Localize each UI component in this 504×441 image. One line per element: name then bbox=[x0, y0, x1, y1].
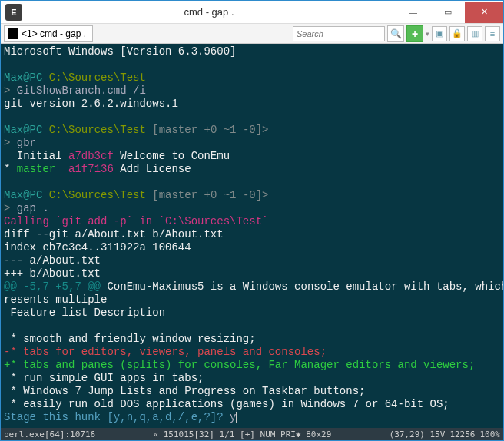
terminal[interactable]: Microsoft Windows [Version 6.3.9600] Max… bbox=[1, 44, 503, 428]
ctx-5: * Windows 7 Jump Lists and Progress on T… bbox=[4, 385, 365, 397]
cursor bbox=[236, 412, 237, 423]
diff-1: diff --git a/About.txt b/About.txt bbox=[4, 228, 224, 240]
status-zoom: 100% bbox=[480, 429, 501, 439]
prompt-branch-3: [master +0 ~1 -0]> bbox=[152, 189, 268, 201]
diff-2: index cb7c3c4..311922a 100644 bbox=[4, 241, 191, 254]
status-pos: (37,29) 15V bbox=[390, 429, 446, 439]
menu-button[interactable]: ≡ bbox=[485, 26, 500, 41]
cmd-1: GitShowBranch.cmd /i bbox=[17, 85, 146, 97]
lock-button[interactable]: 🔒 bbox=[449, 26, 465, 41]
console-icon bbox=[8, 28, 18, 39]
diff-3: --- a/About.txt bbox=[4, 254, 101, 267]
prompt-user-2: Max@PC bbox=[4, 124, 42, 136]
calling-line: Calling `git add -p` in `C:\Sources\Test… bbox=[4, 215, 268, 227]
windows-button[interactable]: ▣ bbox=[432, 26, 447, 41]
newtab-button[interactable]: + bbox=[406, 25, 423, 42]
ctx-2: Feature list Description bbox=[4, 307, 165, 319]
git-version: git version 2.6.2.windows.1 bbox=[4, 98, 178, 110]
hunk-ctx: ConEmu-Maximus5 is a Windows console emu… bbox=[101, 280, 503, 293]
prompt-gt-2: > bbox=[4, 137, 17, 149]
settings-button[interactable]: ▥ bbox=[467, 26, 482, 41]
ctx-6: * easily run old DOS applications (games… bbox=[4, 398, 449, 410]
diff-del: -* tabs for editors, viewers, panels and… bbox=[4, 346, 327, 358]
window-controls: — ▭ ✕ bbox=[396, 2, 503, 23]
minimize-button[interactable]: — bbox=[396, 2, 430, 23]
newtab-chevron[interactable]: ▾ bbox=[426, 30, 429, 38]
branch-initial-b: Welcome to ConEmu bbox=[114, 150, 230, 162]
prompt-user: Max@PC bbox=[4, 71, 42, 84]
diff-add: * tabs and panes (splits) for consoles, … bbox=[10, 359, 475, 371]
ctx-3: * smooth and friendly window resizing; bbox=[4, 333, 256, 345]
tab-label: <1> cmd - gap . bbox=[22, 28, 86, 39]
window-title: cmd - gap . bbox=[22, 6, 396, 18]
tab-console[interactable]: <1> cmd - gap . bbox=[4, 25, 93, 42]
branch-master-hash: a1f7136 bbox=[62, 163, 114, 175]
prompt-branch-2: [master +0 ~1 -0]> bbox=[152, 124, 268, 136]
ctx-4: * run simple GUI apps in tabs; bbox=[4, 372, 204, 384]
prompt-user-3: Max@PC bbox=[4, 189, 42, 201]
search-icon[interactable]: 🔍 bbox=[387, 25, 404, 42]
stage-answer: y bbox=[224, 411, 237, 423]
prompt-gt: > bbox=[4, 85, 17, 97]
branch-master: master bbox=[10, 163, 61, 175]
branch-master-b: Add License bbox=[114, 163, 191, 175]
cmd-3: gap . bbox=[17, 202, 49, 214]
titlebar: E cmd - gap . — ▭ ✕ bbox=[1, 1, 503, 24]
status-pid: 12256 bbox=[449, 429, 475, 439]
statusbar: perl.exe[64]:10716 « 151015[32] 1/1 [+] … bbox=[1, 428, 503, 440]
app-icon: E bbox=[5, 4, 22, 21]
prompt-path-3: C:\Sources\Test bbox=[49, 189, 146, 201]
prompt-path: C:\Sources\Test bbox=[49, 71, 146, 84]
cmd-2: gbr bbox=[17, 137, 36, 149]
maximize-button[interactable]: ▭ bbox=[430, 2, 465, 23]
search-input[interactable] bbox=[293, 26, 385, 41]
close-button[interactable]: ✕ bbox=[465, 2, 503, 23]
os-version: Microsoft Windows [Version 6.3.9600] bbox=[4, 45, 236, 58]
ctx-1: resents multiple bbox=[4, 293, 107, 306]
status-mid: « 151015[32] 1/1 [+] NUM PRI✱ 80x29 bbox=[100, 429, 384, 439]
prompt-path-2: C:\Sources\Test bbox=[49, 124, 146, 136]
branch-initial-hash: a7db3cf bbox=[68, 150, 114, 162]
diff-4: +++ b/About.txt bbox=[4, 267, 101, 280]
tabbar: <1> cmd - gap . 🔍 + ▾ ▣ 🔒 ▥ ≡ bbox=[1, 24, 503, 44]
stage-prompt: Stage this hunk [y,n,q,a,d,/,e,?]? bbox=[4, 411, 224, 423]
status-left: perl.exe[64]:10716 bbox=[4, 429, 95, 439]
prompt-gt-3: > bbox=[4, 202, 17, 214]
hunk-header: @@ -5,7 +5,7 @@ bbox=[4, 280, 101, 293]
branch-initial-a: Initial bbox=[4, 150, 68, 162]
